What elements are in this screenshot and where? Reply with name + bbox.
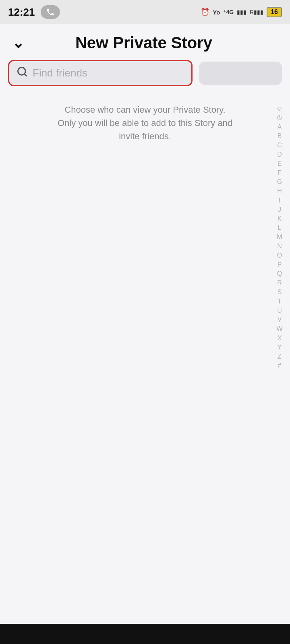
alpha-index-item[interactable]: M: [275, 233, 284, 242]
alpha-index-item[interactable]: K: [275, 215, 284, 223]
status-right-icons: ⏰ Yo ⁺4G ▮▮▮ R▮▮▮ 16: [201, 7, 282, 17]
alpha-index-item[interactable]: I: [275, 196, 284, 205]
alpha-index-item[interactable]: Q: [275, 270, 284, 278]
search-icon: [17, 66, 28, 80]
alpha-index-item[interactable]: Z: [275, 353, 284, 361]
alpha-index-item[interactable]: O: [275, 252, 284, 260]
filter-pill: [199, 62, 282, 85]
alpha-index-item[interactable]: S: [275, 288, 284, 297]
battery-badge: 16: [267, 7, 282, 17]
svg-line-1: [24, 74, 26, 76]
alpha-index-item[interactable]: H: [275, 187, 284, 196]
description-text: Choose who can view your Private Story. …: [0, 94, 290, 152]
alpha-index-item[interactable]: F: [275, 169, 284, 178]
search-box-highlight[interactable]: [8, 60, 193, 86]
alpha-index-item[interactable]: R: [275, 279, 284, 287]
alpha-index-item[interactable]: W: [275, 325, 284, 333]
back-button[interactable]: ⌄: [12, 35, 24, 52]
page-title: New Private Story: [32, 34, 255, 52]
alpha-index-item[interactable]: L: [275, 224, 284, 232]
alpha-index-item[interactable]: V: [275, 316, 284, 324]
alpha-index-item[interactable]: A: [275, 123, 284, 132]
alpha-index-item[interactable]: D: [275, 151, 284, 159]
alpha-index-item[interactable]: G: [275, 178, 284, 186]
alpha-index-item[interactable]: C: [275, 141, 284, 150]
bottom-bar: [0, 624, 290, 644]
alpha-index-item[interactable]: J: [275, 206, 284, 214]
alpha-index-item[interactable]: N: [275, 242, 284, 251]
main-content: ⌄ New Private Story Choose who can view …: [0, 24, 290, 640]
alpha-index-item[interactable]: Y: [275, 343, 284, 352]
search-section: [0, 60, 290, 90]
alpha-index-item[interactable]: B: [275, 132, 284, 140]
header: ⌄ New Private Story: [0, 24, 290, 60]
search-input[interactable]: [33, 67, 184, 79]
alpha-index-item[interactable]: #: [275, 361, 284, 370]
alpha-index-item[interactable]: U: [275, 307, 284, 315]
alphabet-index[interactable]: ☺⏱ABCDEFGHIJKLMNOPQRSTUVWXYZ#: [275, 105, 284, 370]
alpha-index-item[interactable]: P: [275, 261, 284, 269]
alpha-index-item[interactable]: ⏱: [275, 114, 284, 122]
status-bar: 12:21 ⏰ Yo ⁺4G ▮▮▮ R▮▮▮ 16: [0, 0, 290, 24]
alpha-index-item[interactable]: E: [275, 160, 284, 168]
status-time: 12:21: [8, 6, 35, 19]
alpha-index-item[interactable]: T: [275, 297, 284, 306]
alpha-index-item[interactable]: ☺: [275, 105, 284, 113]
call-icon: [41, 5, 60, 19]
alpha-index-item[interactable]: X: [275, 334, 284, 343]
